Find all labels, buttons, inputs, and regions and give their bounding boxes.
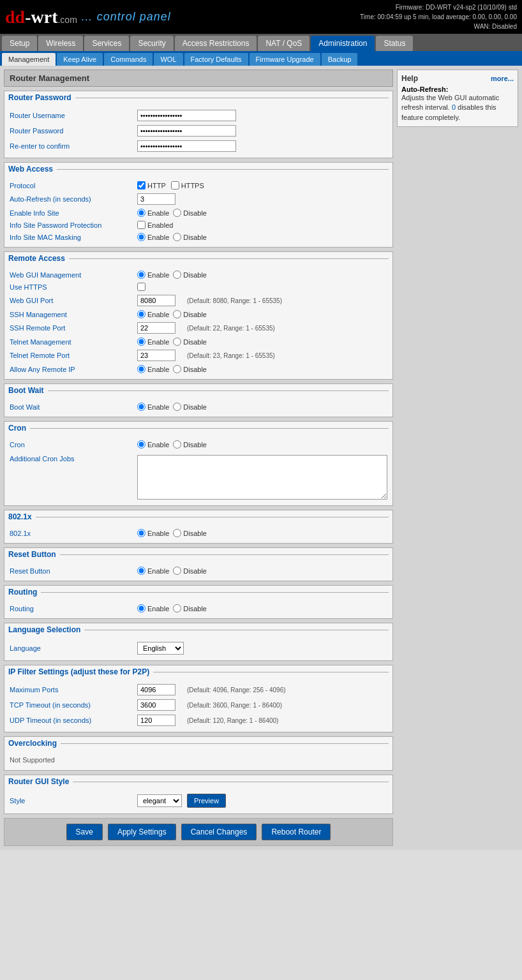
- router-username-input[interactable]: [137, 110, 236, 121]
- nav-tab-status[interactable]: Status: [376, 36, 413, 51]
- telnet-port-row: Telnet Remote Port (Default: 23, Range: …: [10, 348, 387, 363]
- info-site-password-value: Enabled: [137, 221, 387, 229]
- router-password-input[interactable]: [137, 125, 236, 137]
- info-site-mac-enable-radio[interactable]: [137, 233, 145, 241]
- router-username-label: Router Username: [10, 112, 137, 119]
- web-gui-mgmt-enable-radio[interactable]: [137, 271, 145, 279]
- routing-disable-radio[interactable]: [173, 604, 181, 612]
- boot-wait-enable-radio[interactable]: [137, 403, 145, 411]
- https-checkbox-label[interactable]: HTTPS: [171, 181, 204, 189]
- additional-cron-textarea[interactable]: [137, 455, 387, 500]
- boot-wait-enable-label[interactable]: Enable: [137, 403, 169, 411]
- cron-value: Enable Disable: [137, 440, 387, 449]
- style-select[interactable]: elegant classic blue-wrt: [137, 794, 182, 807]
- ssh-port-input[interactable]: [137, 322, 175, 334]
- save-button[interactable]: Save: [66, 824, 103, 840]
- ssh-mgmt-disable-label[interactable]: Disable: [173, 310, 207, 318]
- sub-tab-factory-defaults[interactable]: Factory Defaults: [184, 53, 248, 66]
- reset-button-enable-label[interactable]: Enable: [137, 567, 169, 575]
- telnet-mgmt-enable-label[interactable]: Enable: [137, 338, 169, 346]
- enable-info-site-enable-label[interactable]: Enable: [137, 209, 169, 217]
- sub-tab-firmware-upgrade[interactable]: Firmware Upgrade: [250, 53, 320, 66]
- telnet-port-value: (Default: 23, Range: 1 - 65535): [137, 350, 387, 361]
- enable-info-site-enable-radio[interactable]: [137, 209, 145, 217]
- ssh-mgmt-enable-radio[interactable]: [137, 310, 145, 318]
- sub-tab-management[interactable]: Management: [2, 53, 56, 66]
- router-password-confirm-input[interactable]: [137, 140, 236, 152]
- http-checkbox[interactable]: [137, 181, 145, 189]
- language-select[interactable]: English Deutsch Français Español: [137, 642, 184, 655]
- reset-button-disable-radio[interactable]: [173, 567, 181, 575]
- cancel-changes-button[interactable]: Cancel Changes: [181, 824, 257, 840]
- reset-button-disable-label[interactable]: Disable: [173, 567, 207, 575]
- section-title-boot-wait: Boot Wait: [4, 384, 392, 397]
- max-ports-input[interactable]: [137, 684, 175, 695]
- dot1x-disable-radio[interactable]: [173, 529, 181, 537]
- nav-tab-setup[interactable]: Setup: [2, 36, 37, 51]
- sub-tab-wol[interactable]: WOL: [154, 53, 183, 66]
- reboot-router-button[interactable]: Reboot Router: [262, 824, 331, 840]
- dot1x-row: 802.1x Enable Disable: [10, 527, 387, 539]
- nav-tab-wireless[interactable]: Wireless: [38, 36, 83, 51]
- section-title-gui-style: Router GUI Style: [4, 775, 392, 788]
- ssh-mgmt-disable-radio[interactable]: [173, 310, 181, 318]
- info-site-password-row: Info Site Password Protection Enabled: [10, 219, 387, 231]
- dot1x-enable-radio[interactable]: [137, 529, 145, 537]
- sub-tab-keep-alive[interactable]: Keep Alive: [57, 53, 103, 66]
- section-ip-filter: IP Filter Settings (adjust these for P2P…: [4, 665, 393, 732]
- dot1x-enable-label[interactable]: Enable: [137, 529, 169, 537]
- routing-enable-label[interactable]: Enable: [137, 604, 169, 612]
- content-right: Help more... Auto-Refresh: Adjusts the W…: [397, 70, 518, 846]
- routing-enable-radio[interactable]: [137, 604, 145, 612]
- help-more-link[interactable]: more...: [491, 75, 514, 82]
- info-site-mac-disable-label[interactable]: Disable: [173, 233, 207, 241]
- cron-disable-radio[interactable]: [173, 440, 181, 449]
- nav-tab-security[interactable]: Security: [130, 36, 173, 51]
- nav-tab-nat-qos[interactable]: NAT / QoS: [258, 36, 309, 51]
- info-site-mac-enable-label[interactable]: Enable: [137, 233, 169, 241]
- apply-settings-button[interactable]: Apply Settings: [108, 824, 176, 840]
- web-gui-mgmt-disable-radio[interactable]: [173, 271, 181, 279]
- auto-refresh-help-text: Adjusts the Web GUI automatic refresh in…: [401, 93, 514, 122]
- allow-remote-ip-disable-label[interactable]: Disable: [173, 365, 207, 373]
- cron-enable-radio[interactable]: [137, 440, 145, 449]
- boot-wait-disable-label[interactable]: Disable: [173, 403, 207, 411]
- http-checkbox-label[interactable]: HTTP: [137, 181, 166, 189]
- nav-tab-access-restrictions[interactable]: Access Restrictions: [175, 36, 257, 51]
- help-header: Help more...: [401, 74, 514, 83]
- tcp-timeout-input[interactable]: [137, 699, 175, 711]
- nav-tab-services[interactable]: Services: [84, 36, 129, 51]
- info-site-password-checkbox-label[interactable]: Enabled: [137, 221, 173, 229]
- udp-timeout-input[interactable]: [137, 715, 175, 726]
- web-gui-mgmt-disable-label[interactable]: Disable: [173, 271, 207, 279]
- web-gui-port-input[interactable]: [137, 295, 175, 306]
- telnet-mgmt-disable-radio[interactable]: [173, 338, 181, 346]
- enable-info-site-disable-label[interactable]: Disable: [173, 209, 207, 217]
- allow-remote-ip-disable-radio[interactable]: [173, 365, 181, 373]
- reset-button-enable-radio[interactable]: [137, 567, 145, 575]
- cron-disable-label[interactable]: Disable: [173, 440, 207, 449]
- allow-remote-ip-enable-radio[interactable]: [137, 365, 145, 373]
- sub-tab-commands[interactable]: Commands: [104, 53, 153, 66]
- https-checkbox[interactable]: [171, 181, 179, 189]
- telnet-port-note: (Default: 23, Range: 1 - 65535): [187, 352, 275, 359]
- telnet-port-input[interactable]: [137, 350, 175, 361]
- telnet-mgmt-enable-radio[interactable]: [137, 338, 145, 346]
- info-site-mac-disable-radio[interactable]: [173, 233, 181, 241]
- nav-tab-administration[interactable]: Administration: [311, 36, 375, 51]
- cron-enable-label[interactable]: Enable: [137, 440, 169, 449]
- web-gui-mgmt-enable-label[interactable]: Enable: [137, 271, 169, 279]
- use-https-checkbox[interactable]: [137, 283, 145, 291]
- preview-button[interactable]: Preview: [187, 794, 226, 808]
- boot-wait-disable-radio[interactable]: [173, 403, 181, 411]
- auto-refresh-input[interactable]: [137, 193, 175, 205]
- allow-remote-ip-enable-label[interactable]: Enable: [137, 365, 169, 373]
- info-site-mac-label: Info Site MAC Masking: [10, 234, 137, 241]
- telnet-mgmt-disable-label[interactable]: Disable: [173, 338, 207, 346]
- info-site-password-checkbox[interactable]: [137, 221, 145, 229]
- sub-tab-backup[interactable]: Backup: [322, 53, 358, 66]
- ssh-mgmt-enable-label[interactable]: Enable: [137, 310, 169, 318]
- routing-disable-label[interactable]: Disable: [173, 604, 207, 612]
- dot1x-disable-label[interactable]: Disable: [173, 529, 207, 537]
- enable-info-site-disable-radio[interactable]: [173, 209, 181, 217]
